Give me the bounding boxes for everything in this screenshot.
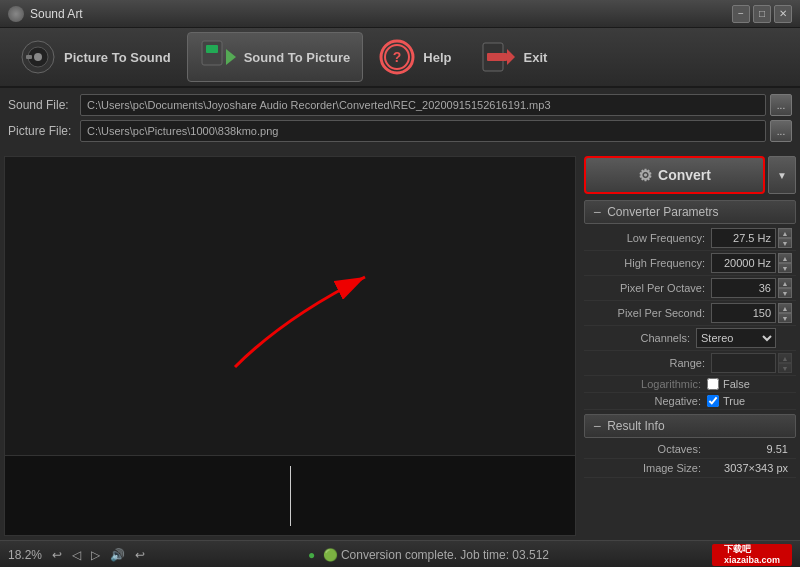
high-freq-spinner: ▲ ▼: [778, 253, 792, 273]
pixel-per-second-spinner: ▲ ▼: [778, 303, 792, 323]
convert-button[interactable]: ⚙ Convert: [584, 156, 765, 194]
negative-value: True: [707, 395, 792, 407]
main-area: ⚙ Convert ▼ − Converter Parametrs Low Fr…: [0, 152, 800, 540]
svg-rect-5: [206, 45, 218, 53]
low-freq-down[interactable]: ▼: [778, 238, 792, 248]
high-freq-up[interactable]: ▲: [778, 253, 792, 263]
pixel-per-octave-up[interactable]: ▲: [778, 278, 792, 288]
high-freq-down[interactable]: ▼: [778, 263, 792, 273]
zoom-level: 18.2%: [8, 548, 42, 562]
cursor-line: [290, 466, 291, 526]
right-panel: ⚙ Convert ▼ − Converter Parametrs Low Fr…: [580, 152, 800, 540]
picture-to-sound-label: Picture To Sound: [64, 50, 171, 65]
svg-marker-6: [226, 49, 236, 65]
options-dropdown-button[interactable]: ▼: [768, 156, 796, 194]
negative-checkbox[interactable]: [707, 395, 719, 407]
status-left: 18.2% ↩ ◁ ▷ 🔊 ↩: [8, 548, 145, 562]
logarithmic-checkbox[interactable]: [707, 378, 719, 390]
converter-params-title: Converter Parametrs: [607, 205, 718, 219]
range-row: Range: ▲ ▼: [584, 351, 796, 376]
minimize-button[interactable]: −: [732, 5, 750, 23]
help-label: Help: [423, 50, 451, 65]
low-freq-input[interactable]: [711, 228, 776, 248]
convert-label: Convert: [658, 167, 711, 183]
channels-select[interactable]: Stereo Mono: [696, 328, 776, 348]
image-size-value: 3037×343 px: [707, 462, 792, 474]
negative-row: Negative: True: [584, 393, 796, 410]
negative-text: True: [723, 395, 745, 407]
status-dot: ●: [308, 548, 315, 562]
status-message: ● 🟢 Conversion complete. Job time: 03.51…: [308, 548, 549, 562]
pixel-per-octave-label: Pixel Per Octave:: [588, 282, 711, 294]
low-freq-label: Low Frequency:: [588, 232, 711, 244]
sound-to-picture-label: Sound To Picture: [244, 50, 351, 65]
rewind-icon[interactable]: ◁: [72, 548, 81, 562]
exit-button[interactable]: Exit: [467, 32, 559, 82]
channels-label: Channels:: [588, 332, 696, 344]
preview-canvas: [4, 156, 576, 536]
range-label: Range:: [588, 357, 711, 369]
dropdown-arrow-icon: ▼: [777, 170, 787, 181]
result-info-header: − Result Info: [584, 414, 796, 438]
sound-file-row: Sound File: ...: [8, 94, 792, 116]
sound-browse-button[interactable]: ...: [770, 94, 792, 116]
pixel-per-second-row: Pixel Per Second: ▲ ▼: [584, 301, 796, 326]
help-icon: ?: [379, 39, 415, 75]
range-input: [711, 353, 776, 373]
pixel-per-octave-down[interactable]: ▼: [778, 288, 792, 298]
range-up: ▲: [778, 353, 792, 363]
maximize-button[interactable]: □: [753, 5, 771, 23]
result-collapse-icon[interactable]: −: [593, 418, 601, 434]
status-bar: 18.2% ↩ ◁ ▷ 🔊 ↩ ● 🟢 Conversion complete.…: [0, 540, 800, 567]
picture-browse-button[interactable]: ...: [770, 120, 792, 142]
octaves-label: Octaves:: [588, 443, 707, 455]
high-freq-value: ▲ ▼: [711, 253, 792, 273]
toolbar: Picture To Sound Sound To Picture ? Help: [0, 28, 800, 88]
play-button-icon[interactable]: ▷: [91, 548, 100, 562]
range-value: ▲ ▼: [711, 353, 792, 373]
pixel-per-second-label: Pixel Per Second:: [588, 307, 711, 319]
svg-rect-3: [26, 55, 32, 59]
conversion-status: 🟢 Conversion complete. Job time: 03.512: [323, 548, 549, 562]
negative-label: Negative:: [588, 395, 707, 407]
sound-file-label: Sound File:: [8, 98, 80, 112]
pixel-per-octave-spinner: ▲ ▼: [778, 278, 792, 298]
image-size-row: Image Size: 3037×343 px: [584, 459, 796, 478]
watermark-text: 下载吧xiazaiba.com: [724, 544, 780, 566]
pixel-per-second-down[interactable]: ▼: [778, 313, 792, 323]
low-freq-spinner: ▲ ▼: [778, 228, 792, 248]
file-area: Sound File: ... Picture File: ...: [0, 88, 800, 152]
pixel-per-octave-row: Pixel Per Octave: ▲ ▼: [584, 276, 796, 301]
low-freq-value: ▲ ▼: [711, 228, 792, 248]
gear-icon: ⚙: [638, 166, 652, 185]
help-button[interactable]: ? Help: [367, 32, 463, 82]
octaves-row: Octaves: 9.51: [584, 440, 796, 459]
pixel-per-octave-input[interactable]: [711, 278, 776, 298]
sound-to-picture-button[interactable]: Sound To Picture: [187, 32, 364, 82]
pixel-per-second-value: ▲ ▼: [711, 303, 792, 323]
volume-icon[interactable]: 🔊: [110, 548, 125, 562]
converter-params-header: − Converter Parametrs: [584, 200, 796, 224]
play-icon[interactable]: ↩: [52, 548, 62, 562]
loop-icon[interactable]: ↩: [135, 548, 145, 562]
picture-file-row: Picture File: ...: [8, 120, 792, 142]
app-icon: [8, 6, 24, 22]
low-freq-row: Low Frequency: ▲ ▼: [584, 226, 796, 251]
collapse-icon[interactable]: −: [593, 204, 601, 220]
high-freq-input[interactable]: [711, 253, 776, 273]
svg-rect-11: [487, 53, 507, 61]
pixel-per-second-up[interactable]: ▲: [778, 303, 792, 313]
logarithmic-label: Logarithmic:: [588, 378, 707, 390]
picture-to-sound-button[interactable]: Picture To Sound: [8, 32, 183, 82]
pixel-per-second-input[interactable]: [711, 303, 776, 323]
low-freq-up[interactable]: ▲: [778, 228, 792, 238]
sound-file-input[interactable]: [80, 94, 766, 116]
picture-file-input[interactable]: [80, 120, 766, 142]
close-button[interactable]: ✕: [774, 5, 792, 23]
image-size-label: Image Size:: [588, 462, 707, 474]
logarithmic-row: Logarithmic: False: [584, 376, 796, 393]
picture-to-sound-icon: [20, 39, 56, 75]
high-freq-row: High Frequency: ▲ ▼: [584, 251, 796, 276]
svg-text:?: ?: [393, 49, 402, 65]
pixel-per-octave-value: ▲ ▼: [711, 278, 792, 298]
